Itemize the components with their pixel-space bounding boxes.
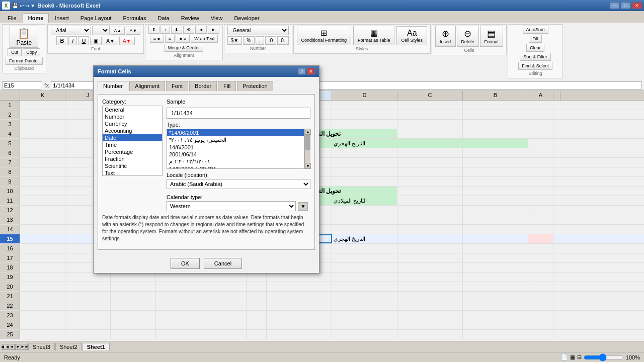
format-btn[interactable]: ▤ Format [480, 26, 504, 47]
type-item-0[interactable]: *14/06/2001 [167, 129, 304, 136]
type-list-scrollbar[interactable]: ▲ ▼ [304, 129, 310, 169]
underline-btn[interactable]: U [78, 36, 89, 45]
align-top-btn[interactable]: ⬆ [148, 26, 159, 34]
tab-data[interactable]: Data [152, 13, 175, 23]
layout-view-btn[interactable]: ▦ [570, 354, 575, 360]
indent-decrease-btn[interactable]: ◄ [195, 26, 207, 34]
border-btn[interactable]: ▣ [90, 37, 102, 45]
indent-increase-btn[interactable]: ► [208, 26, 219, 34]
scroll-up-btn[interactable]: ▲ [305, 129, 311, 135]
cell-styles-btn[interactable]: Aa Cell Styles [396, 26, 427, 45]
type-item-3[interactable]: 2001/06/14 [167, 151, 304, 158]
maximize-btn[interactable]: □ [621, 2, 631, 9]
category-number[interactable]: Number [103, 113, 162, 120]
tab-developer[interactable]: Developer [228, 13, 265, 23]
category-date[interactable]: Date [103, 134, 162, 141]
dialog-close-btn[interactable]: ✕ [307, 68, 315, 75]
increase-font-btn[interactable]: A▲ [111, 27, 125, 35]
category-time[interactable]: Time [103, 141, 162, 148]
currency-btn[interactable]: $▼ [227, 36, 242, 45]
row-5-num[interactable]: 5 [0, 139, 20, 148]
row-11-num[interactable]: 11 [0, 196, 20, 205]
decrease-font-btn[interactable]: A▼ [126, 27, 140, 35]
row-4-num[interactable]: 4 [0, 129, 20, 138]
category-text[interactable]: Text [103, 169, 162, 176]
dialog-tab-number[interactable]: Number [98, 81, 128, 91]
dialog-tab-fill[interactable]: Fill [218, 81, 236, 91]
font-name-select[interactable]: Arial [51, 26, 91, 35]
autosum-btn[interactable]: AutoSum [523, 26, 548, 34]
ok-button[interactable]: OK [171, 258, 200, 269]
tab-view[interactable]: View [205, 13, 228, 23]
row-15-num[interactable]: 15 [0, 234, 20, 243]
font-color-btn[interactable]: A▼ [119, 37, 135, 45]
format-as-table-btn[interactable]: ▦ Format as Table [353, 26, 394, 45]
category-scientific[interactable]: Scientific [103, 162, 162, 169]
col-k[interactable]: K [20, 91, 65, 100]
close-btn[interactable]: ✕ [632, 2, 642, 9]
cut-btn[interactable]: Cut [8, 48, 22, 56]
tab-sheet1[interactable]: Sheet1 [83, 343, 110, 350]
type-item-2[interactable]: 14/6/2001 [167, 144, 304, 151]
category-currency[interactable]: Currency [103, 120, 162, 127]
dialog-tab-font[interactable]: Font [166, 81, 188, 91]
sheet-scroll-left[interactable]: ◄◄ [2, 344, 8, 350]
align-bottom-btn[interactable]: ⬇ [171, 26, 182, 34]
name-box[interactable] [2, 81, 42, 89]
dialog-help-btn[interactable]: ? [298, 68, 306, 75]
tab-home[interactable]: Home [23, 13, 49, 23]
col-b[interactable]: B [463, 91, 528, 100]
comma-btn[interactable]: , [256, 36, 264, 45]
dialog-tab-border[interactable]: Border [189, 81, 217, 91]
merge-center-btn[interactable]: Merge & Center [165, 44, 204, 52]
align-left-btn[interactable]: ≡◄ [150, 35, 164, 43]
type-list[interactable]: *14/06/2001 *الخميس، يونيو ١٤، ٢٠٠١ 14/6… [167, 129, 304, 169]
orientation-btn[interactable]: ⟲ [183, 26, 194, 34]
tab-insert[interactable]: Insert [49, 13, 74, 23]
number-format-select[interactable]: General [227, 26, 289, 35]
delete-btn[interactable]: ⊖ Delete [457, 26, 479, 47]
quick-access[interactable]: 💾 ↩ ↪ ▼ [12, 3, 35, 9]
calendar-dropdown-btn[interactable]: ▼ [298, 202, 308, 211]
category-accounting[interactable]: Accounting [103, 127, 162, 134]
wrap-text-btn[interactable]: Wrap Text [191, 35, 218, 43]
paste-btn[interactable]: 📋 Paste [10, 26, 38, 48]
italic-btn[interactable]: I [68, 36, 77, 45]
increase-decimal-btn[interactable]: .0 [265, 36, 276, 45]
dialog-tab-alignment[interactable]: Alignment [129, 81, 165, 91]
scroll-down-btn[interactable]: ▼ [305, 163, 311, 169]
copy-btn[interactable]: Copy [23, 48, 40, 56]
page-view-btn[interactable]: 📄 [561, 354, 568, 360]
tab-page-layout[interactable]: Page Layout [75, 13, 117, 23]
fill-btn[interactable]: Fill [529, 35, 542, 43]
category-list[interactable]: General Number Currency Accounting Date … [102, 106, 163, 176]
locale-select[interactable]: Arabic (Saudi Arabia) [167, 179, 310, 189]
sheet-scroll-right[interactable]: ►► [22, 344, 28, 350]
fill-color-btn[interactable]: A▼ [103, 37, 118, 45]
find-select-btn[interactable]: Find & Select [518, 62, 552, 70]
tab-file[interactable]: File [2, 13, 22, 23]
clear-btn[interactable]: Clear [526, 44, 544, 52]
cancel-button[interactable]: Cancel [204, 258, 242, 269]
col-select-all[interactable] [553, 91, 560, 100]
tab-review[interactable]: Review [176, 13, 205, 23]
dialog-tab-protection[interactable]: Protection [237, 81, 273, 91]
row-3-num[interactable]: 3 [0, 120, 20, 129]
tab-formulas[interactable]: Formulas [118, 13, 152, 23]
align-right-btn[interactable]: ►≡ [176, 35, 190, 43]
sheet-scroll-prev[interactable]: ◄ [9, 344, 15, 350]
align-middle-btn[interactable]: ↕ [160, 26, 170, 34]
type-item-5[interactable]: 14/6/2001 1:30 PM [167, 165, 304, 169]
type-item-1[interactable]: *الخميس، يونيو ١٤، ٢٠٠١ [167, 136, 304, 144]
insert-btn[interactable]: ⊕ Insert [435, 26, 456, 47]
decrease-decimal-btn[interactable]: 0. [277, 36, 288, 45]
col-d[interactable]: D [332, 91, 397, 100]
tab-sheet3[interactable]: Sheet3 [28, 343, 55, 350]
category-percentage[interactable]: Percentage [103, 148, 162, 155]
bold-btn[interactable]: B [56, 36, 67, 45]
category-fraction[interactable]: Fraction [103, 155, 162, 162]
row-10-num[interactable]: 10 [0, 187, 20, 196]
calendar-select[interactable]: Western Hijri [167, 201, 296, 211]
align-center-btn[interactable]: ≡ [165, 35, 175, 43]
col-a[interactable]: A [528, 91, 553, 100]
